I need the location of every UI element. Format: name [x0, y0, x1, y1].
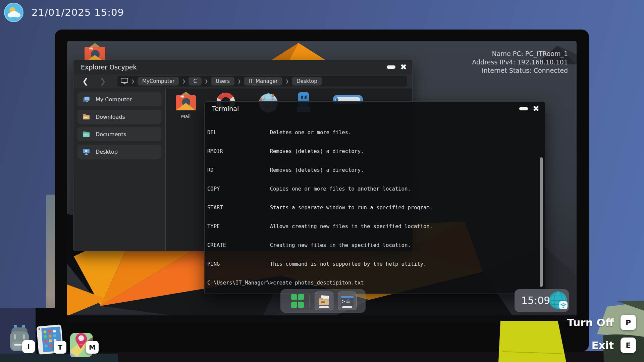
computer-icon: [121, 78, 128, 85]
clock-time: 15:09: [521, 289, 550, 312]
explorer-sidebar: My Computer Downloads: [73, 89, 165, 251]
svg-text:✳: ✳: [180, 94, 184, 100]
svg-text:✳: ✳: [89, 45, 93, 52]
downloads-folder-icon: [82, 113, 90, 121]
sidebar-label: Documents: [96, 131, 126, 138]
terminal-app-icon: >☠: [341, 296, 354, 306]
weather-icon: [4, 3, 23, 22]
folder-icon: [318, 295, 330, 307]
file-label: Mail: [181, 114, 191, 119]
key-letter: I: [27, 343, 30, 351]
mail-file-icon: ✳: [175, 92, 197, 112]
chevron-separator-icon: ❯: [205, 79, 208, 84]
monitor: Name PC: PC_ITRoom_1 Address IPv4: 192.1…: [55, 30, 589, 352]
terminal-line: COPY Copies one or more files to another…: [207, 186, 537, 192]
taskbar-divider: [310, 294, 310, 308]
turn-off-action[interactable]: Turn Off P: [567, 315, 636, 330]
hud-datetime: 21/01/2025 15:09: [4, 3, 124, 22]
breadcrumb: ❯ MyComputer ❯ C ❯ Users ❯ IT_Manager ❯ …: [117, 76, 407, 87]
sidebar-item-documents[interactable]: Documents: [77, 127, 161, 141]
terminal-line: START Starts a separate window to run a …: [207, 204, 537, 211]
terminal-line: PING This command is not supported by th…: [207, 261, 537, 267]
key-letter: M: [89, 343, 96, 351]
breadcrumb-itmanager[interactable]: IT_Manager: [244, 77, 282, 86]
active-indicator: [319, 306, 329, 308]
taskbar: >☠: [280, 289, 366, 313]
exit-key-badge[interactable]: E: [621, 338, 636, 353]
pc-internet-status: Internet Status: Connected: [472, 66, 568, 75]
terminal-titlebar[interactable]: Terminal ✖: [205, 102, 545, 116]
taskbar-clock[interactable]: 15:09: [515, 289, 569, 312]
turn-off-key-badge[interactable]: P: [621, 315, 636, 330]
file-mail[interactable]: ✳ Mail: [172, 92, 200, 119]
breadcrumb-c[interactable]: C: [189, 77, 201, 86]
documents-folder-icon: [82, 130, 90, 138]
hud-datetime-text: 21/01/2025 15:09: [32, 7, 124, 18]
sidebar-label: My Computer: [96, 96, 132, 103]
forward-icon[interactable]: ❯: [100, 77, 106, 86]
terminal-line: RMDIR Removes (deletes) a directory.: [207, 148, 537, 155]
terminal-line: CREATE Creating new files in the specifi…: [207, 242, 537, 249]
sidebar-item-desktop[interactable]: Desktop: [77, 145, 161, 159]
taskbar-explorer-app[interactable]: [315, 292, 333, 310]
exit-action[interactable]: Exit E: [591, 338, 636, 353]
sidebar-item-my-computer[interactable]: My Computer: [77, 92, 161, 106]
desk-mat: [0, 354, 118, 362]
chevron-separator-icon: ❯: [237, 79, 241, 84]
breadcrumb-desktop[interactable]: Desktop: [292, 77, 322, 86]
breadcrumb-mycomputer[interactable]: MyComputer: [138, 77, 179, 86]
chevron-separator-icon: ❯: [182, 79, 185, 84]
breadcrumb-users[interactable]: Users: [211, 77, 234, 86]
map-key-badge[interactable]: M: [86, 341, 99, 354]
active-indicator: [342, 306, 352, 308]
taskbar-terminal-app[interactable]: >☠: [338, 292, 357, 310]
terminal-line: TYPE Allows creating new files in the sp…: [207, 223, 537, 230]
close-icon[interactable]: ✖: [533, 105, 539, 113]
internet-globe-icon[interactable]: [549, 291, 568, 310]
desktop-icon: [82, 148, 90, 156]
scrollbar-thumb[interactable]: [540, 157, 543, 287]
back-icon[interactable]: ❮: [82, 77, 88, 86]
chevron-separator-icon: ❯: [131, 79, 135, 84]
sticky-note: [496, 319, 568, 362]
my-computer-icon: [82, 95, 90, 103]
game-scene: Name PC: PC_ITRoom_1 Address IPv4: 192.1…: [0, 0, 644, 362]
explorer-navbar: ❮ ❯ ❯ MyComputer ❯ C ❯ Users: [73, 74, 412, 88]
minimize-icon[interactable]: [519, 107, 528, 110]
pc-name: Name PC: PC_ITRoom_1: [472, 50, 568, 58]
close-icon[interactable]: ✖: [400, 63, 407, 71]
terminal-title: Terminal: [205, 105, 239, 112]
terminal-line: RD Removes (deletes) a directory.: [207, 167, 537, 173]
minimize-icon[interactable]: [387, 65, 395, 69]
turn-off-label: Turn Off: [567, 316, 614, 328]
inventory-key-badge[interactable]: I: [22, 340, 35, 353]
explorer-titlebar[interactable]: Explorer Oscypek ✖: [73, 60, 412, 74]
terminal-output[interactable]: DEL Deletes one or more files. RMDIR Rem…: [207, 117, 537, 292]
terminal-line: C:\Users\IT_Manager\>create photos_desct…: [207, 279, 537, 286]
sidebar-label: Downloads: [96, 114, 125, 120]
sidebar-item-downloads[interactable]: Downloads: [77, 110, 161, 124]
pc-ipv4: Address IPv4: 192.168.10.101: [472, 58, 568, 66]
terminal-scrollbar[interactable]: [540, 118, 543, 290]
explorer-title: Explorer Oscypek: [73, 63, 137, 71]
screen-desktop: Name PC: PC_ITRoom_1 Address IPv4: 192.1…: [67, 41, 577, 322]
terminal-line: DEL Deletes one or more files.: [207, 129, 537, 136]
sidebar-label: Desktop: [96, 149, 118, 155]
exit-label: Exit: [591, 339, 614, 351]
start-clover-icon[interactable]: [290, 293, 305, 309]
key-letter: E: [626, 341, 631, 350]
chevron-separator-icon: ❯: [285, 79, 289, 84]
tablet-key-badge[interactable]: T: [54, 341, 66, 354]
key-letter: T: [58, 343, 62, 351]
pc-info-panel: Name PC: PC_ITRoom_1 Address IPv4: 192.1…: [472, 50, 568, 75]
terminal-window: Terminal ✖ DEL Deletes one or more files…: [204, 101, 545, 294]
key-letter: P: [626, 318, 631, 327]
